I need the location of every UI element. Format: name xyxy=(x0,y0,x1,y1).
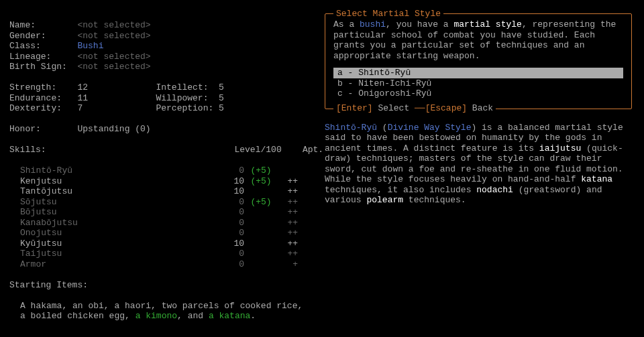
skill-bonus xyxy=(244,207,278,218)
stat-right-label-0: Intellect: xyxy=(156,82,208,92)
skills-list: Shintō-Ryū0(+5)Kenjutsu10(+5)++Tantōjuts… xyxy=(9,165,318,269)
skill-bonus xyxy=(244,218,278,228)
skill-row: Kenjutsu10(+5)++ xyxy=(9,176,318,187)
stat-left-label-2: Dexterity: xyxy=(9,103,62,113)
birth-value: <not selected> xyxy=(77,62,150,72)
skill-level: 10 xyxy=(217,186,244,197)
skill-level: 0 xyxy=(217,165,244,176)
footer-back: Back xyxy=(467,103,493,113)
skill-level: 0 xyxy=(217,228,244,239)
style-menu: a - Shintō-Ryūb - Niten-Ichi-Ryūc - Onig… xyxy=(333,68,623,99)
stat-right-val-2: 5 xyxy=(219,103,224,113)
footer-select: Select xyxy=(373,103,415,113)
stat-left-val-1: 11 xyxy=(77,93,88,103)
lineage-label: Lineage: xyxy=(9,52,51,62)
skill-level: 0 xyxy=(217,218,244,228)
skills-header-row: Skills: Level/100 Apt. xyxy=(9,145,318,155)
skill-name: Tantōjutsu xyxy=(9,186,217,197)
footer-enter[interactable]: [Enter] xyxy=(336,103,373,113)
desc-name: Shintō-Ryū xyxy=(325,123,377,133)
skill-apt xyxy=(278,165,298,176)
footer-dash: ── xyxy=(415,103,425,113)
starting-mid: , and xyxy=(177,311,209,321)
skill-row: Kanabōjutsu0++ xyxy=(9,218,318,228)
style-option-a[interactable]: a - Shintō-Ryū xyxy=(333,68,623,78)
desc-w1: iaijutsu xyxy=(539,143,581,153)
skill-bonus xyxy=(244,186,278,197)
skill-row: Onojutsu0++ xyxy=(9,228,318,239)
skill-level: 0 xyxy=(217,207,244,218)
skill-level: 0 xyxy=(217,259,244,270)
class-row: Class: Bushi xyxy=(9,41,318,52)
skill-name: Onojutsu xyxy=(9,228,217,239)
skill-row: Bōjutsu0++ xyxy=(9,207,318,218)
footer-escape[interactable]: [Escape] xyxy=(425,103,467,113)
skill-apt: ++ xyxy=(278,239,298,249)
skill-level: 0 xyxy=(217,197,244,208)
stat-right-val-1: 5 xyxy=(219,93,224,103)
stat-left-val-0: 12 xyxy=(77,82,88,92)
skill-row: Taijutsu0++ xyxy=(9,249,318,259)
starting-item-katana: a katana xyxy=(209,311,250,321)
intro-bold: martial style xyxy=(453,19,521,29)
desc-po: ( xyxy=(377,123,388,133)
skill-level: 0 xyxy=(217,249,244,259)
honor-row: Honor: Upstanding (0) xyxy=(9,124,318,135)
skills-label: Skills: xyxy=(9,145,46,155)
style-description: Shintō-Ryū (Divine Way Style) is a balan… xyxy=(325,123,632,206)
skills-col-level: Level/100 xyxy=(234,145,281,155)
stat-left-label-0: Strength: xyxy=(9,82,56,92)
gender-label: Gender: xyxy=(9,31,46,42)
desc-t5: techniques. xyxy=(403,195,466,205)
stat-left-label-1: Endurance: xyxy=(9,93,62,103)
starting-post: . xyxy=(250,311,256,321)
desc-w4: polearm xyxy=(366,195,403,205)
skill-name: Taijutsu xyxy=(9,249,217,259)
skill-row: Sōjutsu0(+5)++ xyxy=(9,197,318,208)
stat-row-1: Endurance: 11 Willpower: 5 xyxy=(9,93,318,104)
character-sheet: Name: <not selected> Gender: <not select… xyxy=(9,20,318,322)
stat-row-2: Dexterity: 7 Perception: 5 xyxy=(9,103,318,114)
class-label: Class: xyxy=(9,41,41,52)
gender-value: <not selected> xyxy=(77,31,150,41)
right-panel: Select Martial Style As a bushi, you hav… xyxy=(325,13,632,206)
intro-class: bushi xyxy=(360,19,386,29)
skill-name: Kenjutsu xyxy=(9,176,217,187)
skill-bonus: (+5) xyxy=(244,176,278,187)
skill-row: Armor0+ xyxy=(9,259,318,270)
stat-right-val-0: 5 xyxy=(219,82,224,92)
intro-mid: , you have a xyxy=(386,19,453,29)
skill-bonus xyxy=(244,259,278,270)
skill-row: Kyūjutsu10++ xyxy=(9,239,318,249)
skill-level: 10 xyxy=(217,239,244,249)
name-row: Name: <not selected> xyxy=(9,20,318,31)
skill-row: Shintō-Ryū0(+5) xyxy=(9,165,318,176)
name-label: Name: xyxy=(9,20,36,31)
skills-col-apt: Apt. xyxy=(303,145,323,155)
skill-name: Armor xyxy=(9,259,217,270)
honor-label: Honor: xyxy=(9,124,41,134)
desc-w3: nodachi xyxy=(476,185,513,195)
stat-row-0: Strength: 12 Intellect: 5 xyxy=(9,82,318,93)
skill-apt: + xyxy=(278,259,298,270)
desc-subtitle: Divine Way Style xyxy=(388,123,472,133)
style-option-c[interactable]: c - Onigoroshi-Ryū xyxy=(333,88,623,99)
skill-name: Shintō-Ryū xyxy=(9,165,217,176)
stat-right-label-2: Perception: xyxy=(156,103,213,113)
skill-bonus xyxy=(244,228,278,239)
skill-row: Tantōjutsu10++ xyxy=(9,186,318,197)
skill-apt: ++ xyxy=(278,218,298,228)
desc-w2: katana xyxy=(581,174,612,184)
birth-row: Birth Sign: <not selected> xyxy=(9,62,318,72)
box-title: Select Martial Style xyxy=(333,9,443,19)
intro-pre: As a xyxy=(333,19,360,29)
style-option-b[interactable]: b - Niten-Ichi-Ryū xyxy=(333,78,623,89)
skill-apt: ++ xyxy=(278,207,298,218)
stat-right-label-1: Willpower: xyxy=(156,93,208,103)
lineage-value: <not selected> xyxy=(77,52,150,62)
skill-name: Sōjutsu xyxy=(9,197,217,208)
martial-style-box: Select Martial Style As a bushi, you hav… xyxy=(325,13,632,109)
skill-apt: ++ xyxy=(278,197,298,208)
class-value: Bushi xyxy=(77,41,103,51)
name-value: <not selected> xyxy=(77,20,150,30)
